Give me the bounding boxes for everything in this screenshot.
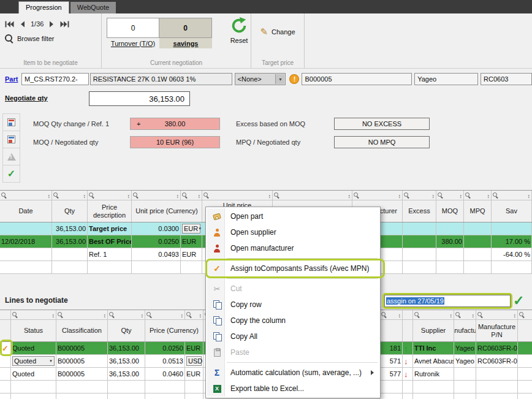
report-sheet-icon[interactable] <box>2 131 20 148</box>
browse-filter-button[interactable]: Browse filter <box>0 28 101 43</box>
turnover-label[interactable]: Turnover (T/O) <box>107 38 159 48</box>
cell-price[interactable]: 0.0493 <box>132 248 181 260</box>
cell-currency[interactable]: USD <box>185 355 203 367</box>
column-filter[interactable] <box>108 310 145 319</box>
header-classification[interactable]: Classification <box>56 320 108 341</box>
savings-label[interactable]: savings <box>159 38 212 48</box>
cell-trend[interactable] <box>403 355 413 367</box>
cell-price[interactable]: 0.0513 <box>145 355 185 367</box>
column-filter[interactable] <box>145 310 185 319</box>
column-filter[interactable] <box>454 310 476 319</box>
cell-supplier[interactable]: Rutronik <box>413 368 454 380</box>
cell-qty[interactable] <box>108 381 145 393</box>
classification-field[interactable]: B000005 <box>302 73 412 85</box>
cell-price[interactable]: 0.0460 <box>145 368 185 380</box>
header-status[interactable]: Status <box>11 320 56 341</box>
cell-qty[interactable] <box>52 261 88 273</box>
cell-status[interactable]: Quoted <box>11 355 56 367</box>
assign-note-input[interactable]: assgin on 27/05/19 <box>384 295 511 307</box>
header-trend[interactable] <box>403 320 413 341</box>
column-filter[interactable] <box>132 191 181 200</box>
header-savings[interactable]: Sav <box>492 200 532 222</box>
cell-manufacture-pn[interactable] <box>476 393 518 399</box>
cell-currency[interactable]: EUR <box>185 368 203 380</box>
cell-extra[interactable] <box>518 342 532 354</box>
cell-classification[interactable]: B000005 <box>56 355 108 367</box>
header-manufacture-pn[interactable]: Manufacture P/N <box>476 320 518 341</box>
change-button[interactable]: ✎ Change <box>251 13 304 36</box>
cell-num[interactable] <box>380 393 403 399</box>
cell-supplier[interactable] <box>413 393 454 399</box>
row-select-cell[interactable] <box>0 381 11 393</box>
cell-manufacture-pn[interactable] <box>476 368 518 380</box>
cell-mpq[interactable] <box>464 248 492 260</box>
cell-savings[interactable]: -64.00 % <box>492 248 532 260</box>
cell-extra[interactable] <box>518 381 532 393</box>
header-row-icon[interactable] <box>0 320 11 341</box>
cell-num[interactable]: 577 <box>380 368 403 380</box>
selector-dropdown[interactable]: <None> <box>235 73 286 85</box>
cell-moq[interactable] <box>436 261 464 273</box>
cell-desc[interactable]: Ref. 1 <box>88 248 132 260</box>
cell-price[interactable] <box>145 393 185 399</box>
menu-item-copy-column[interactable]: Copy the column <box>207 313 379 329</box>
cell-qty[interactable] <box>52 248 88 260</box>
header-date[interactable]: Date <box>0 200 52 222</box>
header-qty[interactable]: Qty <box>52 200 88 222</box>
header-supplier[interactable]: Supplier <box>413 320 454 341</box>
cell-qty[interactable] <box>108 393 145 399</box>
column-filter[interactable] <box>56 310 108 319</box>
header-price-description[interactable]: Price description <box>88 200 132 222</box>
cell-mpq[interactable] <box>464 235 492 248</box>
cell-manufacture-pn[interactable] <box>476 381 518 393</box>
cell-price[interactable]: 0.0250 <box>145 342 185 354</box>
cell-status[interactable] <box>11 381 56 393</box>
cell-classification[interactable] <box>56 393 108 399</box>
column-filter[interactable] <box>380 310 403 319</box>
column-filter[interactable] <box>436 191 464 200</box>
cell-trend[interactable] <box>403 393 413 399</box>
cell-mpq[interactable] <box>464 222 492 235</box>
cell-currency[interactable]: EUR <box>181 222 202 235</box>
row-select-cell[interactable]: ✓ <box>0 342 11 354</box>
cell-status[interactable] <box>11 393 56 399</box>
cell-status[interactable]: Quoted <box>11 368 56 380</box>
cell-currency[interactable]: EUR <box>185 342 203 354</box>
column-filter[interactable] <box>403 191 436 200</box>
tab-progression[interactable]: Progression <box>18 1 69 13</box>
cell-excess[interactable] <box>403 235 436 248</box>
negotiate-qty-input[interactable]: 36,153.00 <box>89 91 190 106</box>
cell-savings[interactable] <box>492 261 532 273</box>
currency-dropdown[interactable]: USD <box>186 356 202 366</box>
cell-supplier[interactable] <box>413 381 454 393</box>
cell-currency[interactable] <box>185 393 203 399</box>
column-filter[interactable] <box>0 191 52 200</box>
tab-webquote[interactable]: WebQuote <box>70 2 116 13</box>
cell-manufacturer[interactable]: Yageo <box>454 355 476 367</box>
header-excess[interactable]: Excess <box>403 200 436 222</box>
column-filter[interactable] <box>518 310 532 319</box>
cell-extra[interactable] <box>518 368 532 380</box>
cell-price[interactable] <box>145 381 185 393</box>
menu-item-export-excel[interactable]: Export table to Excel... <box>207 381 379 397</box>
column-filter[interactable] <box>202 191 273 200</box>
part-description-field[interactable]: RESISTANCE 27K 0.1W 0603 1% <box>90 73 232 85</box>
cell-qty[interactable]: 36,153.00 <box>108 355 145 367</box>
part-number-field[interactable]: M_CS.RST270.2- <box>21 73 89 85</box>
header-price-currency[interactable]: Price (Currency) <box>145 320 203 341</box>
cell-price[interactable]: 0.0250 <box>132 235 181 248</box>
cell-currency[interactable]: EUR <box>181 248 202 260</box>
cell-desc[interactable]: Target price <box>88 222 132 235</box>
column-filter[interactable] <box>352 191 403 200</box>
cell-excess[interactable] <box>403 261 436 273</box>
header-extra[interactable] <box>518 320 532 341</box>
cell-manufacture-pn[interactable]: RC0603FR-07 <box>476 342 518 354</box>
cell-savings[interactable]: 17.00 % <box>492 235 532 248</box>
menu-item-open-supplier[interactable]: Open supplier <box>207 224 379 240</box>
row-select-cell[interactable] <box>0 368 11 380</box>
column-filter[interactable] <box>88 191 132 200</box>
cell-num[interactable] <box>380 381 403 393</box>
header-moq[interactable]: MOQ <box>436 200 464 222</box>
cell-qty[interactable]: 36,153.00 <box>52 235 88 248</box>
cell-excess[interactable] <box>403 222 436 235</box>
